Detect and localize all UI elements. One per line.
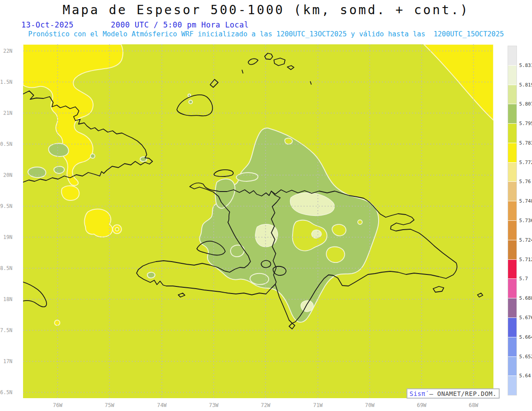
colorbar-tick-label: 5.736	[519, 218, 532, 223]
colorbar-segment: 5.712	[508, 240, 516, 260]
map-canvas: 22N 1.5N 21N 0.5N 20N 9.5N 19N 8.5N 18N …	[0, 0, 532, 411]
y-axis-label: 18N	[3, 296, 12, 302]
colorbar-segment: 5.76	[508, 163, 516, 182]
y-axis-label: 9.5N	[0, 203, 12, 209]
x-axis-label: 70W	[365, 402, 375, 408]
colorbar-tick-label: 5.748	[519, 198, 532, 204]
colorbar-tick-label: 5.64	[519, 373, 531, 379]
colorbar-segment: 5.736	[508, 201, 516, 221]
colorbar-tick-label: 5.664	[519, 334, 532, 340]
colorbar-tick-label: 5.676	[519, 314, 532, 320]
x-axis: 76W 75W 74W 73W 72W 71W 70W 69W 68W	[53, 402, 478, 408]
colorbar-segment: 5.64	[508, 357, 516, 376]
colorbar-segment: 5.652	[508, 337, 516, 357]
y-axis-label: 21N	[3, 110, 12, 116]
x-axis-label: 75W	[105, 402, 114, 408]
colorbar-segment	[508, 376, 516, 395]
y-axis: 22N 1.5N 21N 0.5N 20N 9.5N 19N 8.5N 18N …	[0, 48, 12, 395]
colorbar-tick-label: 5.724	[519, 237, 532, 243]
x-axis-label: 74W	[157, 402, 167, 408]
sispi-brand: Sisπ́	[410, 390, 426, 397]
y-axis-label: 20N	[3, 172, 12, 178]
y-axis-label: 7.5N	[0, 327, 12, 333]
colorbar-tick-label: 5.807	[519, 101, 532, 107]
colorbar-legend: 5.831 5.819 5.807 5.795 5.783 5.772 5.76…	[508, 46, 517, 395]
colorbar-segment: 5.676	[508, 298, 516, 318]
x-axis-label: 76W	[53, 402, 63, 408]
y-axis-label: 1.5N	[0, 79, 12, 85]
colorbar-tick-label: 5.795	[519, 121, 532, 126]
y-axis-label: 6.5N	[0, 389, 12, 395]
x-axis-label: 73W	[209, 402, 219, 408]
colorbar-tick-label: 5.772	[519, 159, 532, 165]
colorbar-tick-label: 5.7	[519, 276, 528, 282]
colorbar-tick-label: 5.819	[519, 82, 532, 87]
y-axis-label: 0.5N	[0, 141, 12, 147]
colorbar-segment: 5.748	[508, 182, 516, 201]
colorbar-segment: 5.688	[508, 279, 516, 298]
attribution-org: – ONAMET/REP.DOM.	[426, 390, 497, 397]
colorbar-tick-label: 5.688	[519, 295, 532, 301]
weather-map-page: { "header": { "title": "Mapa de Espesor …	[0, 0, 532, 411]
x-axis-label: 69W	[417, 402, 426, 408]
attribution-box: Sisπ́ – ONAMET/REP.DOM.	[407, 388, 500, 399]
y-axis-label: 17N	[3, 358, 12, 364]
colorbar-segment: 5.7	[508, 260, 516, 279]
colorbar-segment: 5.772	[508, 143, 516, 163]
x-axis-label: 68W	[469, 402, 478, 408]
colorbar-tick-label: 5.712	[519, 256, 532, 262]
colorbar-tick-label: 5.831	[519, 62, 532, 68]
colorbar-segment: 5.795	[508, 104, 516, 124]
x-axis-label: 72W	[261, 402, 270, 408]
colorbar-tick-label: 5.783	[519, 140, 532, 145]
colorbar-segment: 5.819	[508, 66, 516, 85]
colorbar-segment: 5.724	[508, 221, 516, 240]
colorbar-segment: 5.831	[508, 46, 516, 66]
y-axis-label: 22N	[3, 48, 12, 54]
colorbar-segment: 5.664	[508, 318, 516, 337]
colorbar-segment: 5.783	[508, 124, 516, 143]
x-axis-label: 71W	[313, 402, 323, 408]
colorbar-segment: 5.807	[508, 85, 516, 105]
colorbar-tick-label: 5.652	[519, 353, 532, 359]
y-axis-label: 8.5N	[0, 265, 12, 271]
y-axis-label: 19N	[3, 234, 12, 240]
colorbar-tick-label: 5.76	[519, 179, 531, 184]
